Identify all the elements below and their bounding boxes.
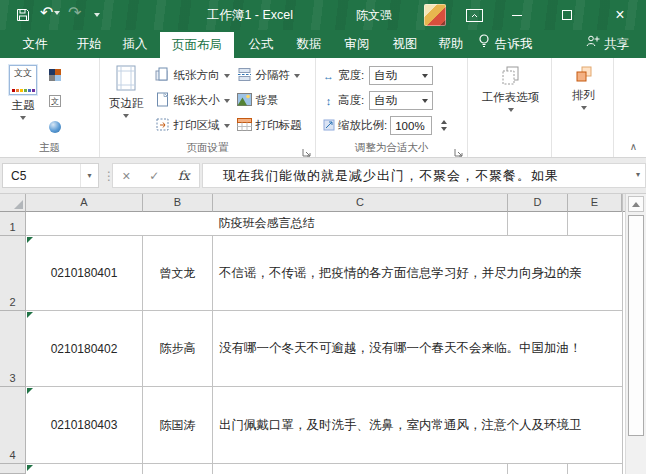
scale-icon [322,119,335,133]
enter-check-icon[interactable]: ✓ [149,169,159,183]
spin-up-icon [441,120,447,124]
quick-access-customize-button[interactable] [94,13,100,17]
cell-c2-remark[interactable]: 不信谣，不传谣，把疫情的各方面信息学习好，并尽力向身边的亲 [213,236,622,311]
tab-data[interactable]: 数据 [286,30,332,58]
theme-fonts-button[interactable]: 文 [49,90,64,112]
themes-button[interactable]: 文文 主题 [5,63,41,140]
ribbon-group-scale-to-fit: ↔ 宽度: 自动 ↕ 高度: 自动 缩放比例: 100% 调整为合适大小 [316,58,468,157]
avatar[interactable] [424,4,446,26]
vertical-scrollbar[interactable] [625,194,646,474]
save-icon[interactable] [14,7,32,23]
paper-size-button[interactable]: 纸张大小 [155,88,230,113]
tab-page-layout[interactable]: 页面布局 [160,32,234,58]
orientation-label: 纸张方向 [174,68,220,83]
cancel-icon[interactable]: × [122,168,130,184]
theme-fonts-icon: 文 [49,95,61,107]
window-title: 工作簿1 - Excel [148,0,352,30]
cell-c5-active[interactable] [213,464,508,474]
insert-function-icon[interactable]: fx [178,168,190,183]
cell-e1[interactable] [568,212,622,236]
orientation-button[interactable]: 纸张方向 [155,63,230,88]
ribbon-tab-bar: 文件 开始 插入 页面布局 公式 数据 审阅 视图 帮助 告诉我 共享 [0,30,646,58]
ribbon-group-page-setup: 页边距 纸张方向 纸张大小 打印区域 分隔符 [100,58,316,157]
collapse-ribbon-button[interactable]: ∧ [630,141,637,152]
tab-help[interactable]: 帮助 [428,30,474,58]
chevron-down-icon [224,124,230,128]
name-box-dropdown[interactable]: ▾ [80,164,98,187]
sheet-row-5-partial [0,464,646,474]
themes-icon: 文文 [9,65,37,95]
tab-tell-me[interactable]: 告诉我 [478,30,533,58]
sheet-row-4: 4 0210180403 陈国涛 出门佩戴口罩，及时洗手、洗鼻，室内常通风，注意… [0,387,646,464]
scrollbar-thumb[interactable] [628,215,644,436]
row-header-2[interactable]: 2 [0,236,26,311]
cell-c4-remark[interactable]: 出门佩戴口罩，及时洗手、洗鼻，室内常通风，注意个人及环境卫 [213,387,622,464]
formula-bar-expand-icon[interactable]: ▾ [636,170,640,179]
undo-button[interactable]: ↶ [40,3,60,22]
tab-review[interactable]: 审阅 [334,30,380,58]
share-button[interactable]: 共享 [586,30,629,58]
tab-insert[interactable]: 插入 [112,30,158,58]
margins-icon [116,65,136,93]
height-select[interactable]: 自动 [369,91,433,110]
error-indicator-icon [27,388,33,394]
row-header-5[interactable] [0,464,26,474]
maximize-button[interactable] [544,0,590,30]
account-user-name[interactable]: 陈文强 [356,0,392,30]
width-select[interactable]: 自动 [369,66,433,85]
tab-home[interactable]: 开始 [66,30,112,58]
scroll-up-button[interactable] [628,196,644,212]
row-header-1[interactable]: 1 [0,212,26,236]
print-titles-button[interactable]: 打印标题 [237,113,302,138]
column-header-d[interactable]: D [508,194,568,212]
cell-e5[interactable] [568,464,622,474]
cell-b4-student-name[interactable]: 陈国涛 [143,387,213,464]
cell-d5[interactable] [508,464,568,474]
cell-b5[interactable] [143,464,213,474]
sheet-row-3: 3 0210180402 陈步高 没有哪一个冬天不可逾越，没有哪一个春天不会来临… [0,311,646,387]
cell-a3-student-id[interactable]: 0210180402 [26,311,143,387]
scale-input[interactable]: 100% [390,116,432,135]
ribbon-display-options-button[interactable] [466,9,483,22]
scale-spinner[interactable] [437,116,450,135]
breaks-button[interactable]: 分隔符 [237,63,302,88]
sheet-options-button[interactable]: 工作表选项 [478,63,544,140]
select-all-corner[interactable] [0,194,26,212]
tab-formulas[interactable]: 公式 [238,30,284,58]
column-header-b[interactable]: B [143,194,213,212]
column-header-e[interactable]: E [568,194,622,212]
tab-file[interactable]: 文件 [10,30,60,58]
row-header-4[interactable]: 4 [0,387,26,464]
cell-a2-student-id[interactable]: 0210180401 [26,236,143,311]
cell-a5[interactable] [26,464,143,474]
theme-effects-button[interactable] [49,116,64,138]
tab-view[interactable]: 视图 [382,30,428,58]
cell-a4-student-id[interactable]: 0210180403 [26,387,143,464]
cell-a1-merged-title[interactable]: 防疫班会感言总结 [26,212,508,236]
arrange-label: 排列 [572,88,595,103]
print-area-button[interactable]: 打印区域 [155,113,230,138]
scale-to-fit-dialog-launcher[interactable] [454,144,464,154]
column-header-c[interactable]: C [213,194,508,212]
row-header-3[interactable]: 3 [0,311,26,387]
cell-c3-remark[interactable]: 没有哪一个冬天不可逾越，没有哪一个春天不会来临。中国加油！ [213,311,622,387]
themes-group-label: 主题 [0,141,99,155]
cell-b2-student-name[interactable]: 曾文龙 [143,236,213,311]
column-header-a[interactable]: A [26,194,143,212]
minimize-button[interactable] [494,0,540,30]
arrange-icon [575,65,593,85]
margins-button[interactable]: 页边距 [105,63,148,140]
ribbon-group-themes: 文文 主题 文 主题 [0,58,100,157]
formula-input[interactable]: 现在我们能做的就是减少出门，不聚会，不聚餐。如果 [202,163,646,188]
cell-d1[interactable] [508,212,568,236]
arrange-button[interactable]: 排列 [568,63,599,140]
background-button[interactable]: 背景 [237,88,302,113]
page-setup-dialog-launcher[interactable] [302,144,312,154]
close-button[interactable]: × [594,0,646,30]
theme-colors-icon [49,69,61,81]
theme-colors-button[interactable] [49,64,64,86]
error-indicator-icon [27,312,33,318]
cell-b3-student-name[interactable]: 陈步高 [143,311,213,387]
redo-button[interactable]: ↷ [68,3,81,22]
name-box[interactable]: C5 ▾ [2,163,99,188]
